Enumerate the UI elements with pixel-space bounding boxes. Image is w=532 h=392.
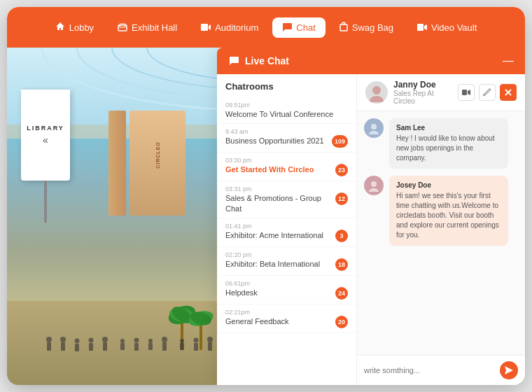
chatroom-item[interactable]: 01:41 pm Exhibitor: Acme International 3 <box>217 218 356 247</box>
building-sign: CIRCLEO <box>130 111 186 158</box>
chatroom-info: 02:20 pm Exhibitor: Beta International <box>225 251 335 269</box>
chatroom-badge: 3 <box>335 230 348 242</box>
chatroom-time: 01:41 pm <box>225 223 335 230</box>
chat-nav-icon <box>282 22 292 34</box>
message-bubble: Josey Doe Hi sam! we see this's your fir… <box>389 176 508 246</box>
chatroom-time: 9:43 am <box>225 128 332 135</box>
avatar-image <box>367 83 386 102</box>
chatroom-name: Get Started With Circleo <box>225 164 335 174</box>
people-silhouettes <box>42 332 245 360</box>
svg-rect-5 <box>417 24 424 31</box>
chatroom-info: 9:43 am Business Opportunities 2021 <box>225 128 332 146</box>
video-call-button[interactable] <box>458 84 475 101</box>
svg-marker-3 <box>209 24 211 30</box>
svg-point-56 <box>371 181 377 187</box>
chat-body: Chatrooms 09:51pm Welcome To Virtual Con… <box>217 74 525 385</box>
svg-rect-25 <box>75 344 79 351</box>
message-avatar <box>364 176 384 195</box>
chatroom-info: 09:51pm Welcome To Virtual Conference <box>225 102 348 119</box>
message-text: Hi sam! we see this's your first time ch… <box>396 191 501 240</box>
minimize-button[interactable]: — <box>503 55 514 67</box>
active-user-info: Janny Doe Sales Rep At Circleo <box>393 80 452 105</box>
building-pillar-left <box>108 111 126 216</box>
chatroom-item[interactable]: 03:31 pm Sales & Promotions - Group Chat… <box>217 181 356 218</box>
nav-item-exhibit-hall[interactable]: Exhibit Hall <box>108 18 187 38</box>
nav-item-chat[interactable]: Chat <box>272 18 325 38</box>
message-bubble: Sam Lee Hey ! I would like to know about… <box>389 118 508 169</box>
svg-point-49 <box>370 96 384 102</box>
exhibit-hall-nav-icon <box>118 22 127 34</box>
building-front: CIRCLEO <box>130 111 186 216</box>
chatroom-item[interactable]: 06:61pm Helpdesk 24 <box>217 276 356 304</box>
chatroom-info: 01:41 pm Exhibitor: Acme International <box>225 223 335 240</box>
nav-item-auditorium[interactable]: Auditorium <box>191 18 268 38</box>
active-user-header: Janny Doe Sales Rep At Circleo <box>357 74 525 111</box>
svg-rect-37 <box>162 342 167 351</box>
video-vault-nav-icon <box>417 22 427 34</box>
chatroom-time: 03:30 pm <box>225 157 335 164</box>
svg-rect-31 <box>120 343 125 350</box>
chatroom-item[interactable]: 02:21pm General Feedback 20 <box>217 304 356 333</box>
chatroom-name: Welcome To Virtual Conference <box>225 109 348 119</box>
svg-point-55 <box>369 131 379 134</box>
library-pole <box>44 181 47 223</box>
edit-button[interactable] <box>479 84 496 101</box>
nav-item-swag-bag[interactable]: Swag Bag <box>330 18 403 38</box>
chatroom-info: 03:31 pm Sales & Promotions - Group Chat <box>225 186 335 214</box>
svg-marker-6 <box>424 24 427 30</box>
svg-point-26 <box>89 338 94 343</box>
svg-rect-29 <box>103 342 107 351</box>
nav-label-swag-bag: Swag Bag <box>352 22 393 33</box>
close-chat-button[interactable] <box>500 84 517 101</box>
svg-point-30 <box>120 339 125 343</box>
message-row: Sam Lee Hey ! I would like to know about… <box>364 118 518 169</box>
chatroom-time: 03:31 pm <box>225 186 335 192</box>
svg-rect-50 <box>462 90 467 95</box>
svg-point-34 <box>148 339 153 343</box>
chatroom-item[interactable]: 09:51pm Welcome To Virtual Conference <box>217 97 356 124</box>
library-arrows-icon: « <box>43 134 48 146</box>
message-sender: Sam Lee <box>396 124 501 132</box>
auditorium-nav-icon <box>201 22 211 34</box>
svg-rect-23 <box>61 342 65 351</box>
nav-label-lobby: Lobby <box>69 22 94 33</box>
message-sender: Josey Doe <box>396 181 501 189</box>
chatroom-name: Helpdesk <box>225 288 335 298</box>
nav-item-lobby[interactable]: Lobby <box>46 18 104 38</box>
active-user-role: Sales Rep At Circleo <box>393 90 452 105</box>
chatroom-name: Exhibitor: Acme International <box>225 230 335 240</box>
send-icon <box>505 366 513 374</box>
nav-item-video-vault[interactable]: Video Vault <box>407 18 486 38</box>
svg-point-28 <box>102 337 108 342</box>
chatroom-badge: 23 <box>335 164 348 176</box>
chatroom-name: Business Opportunities 2021 <box>225 136 332 146</box>
active-user-avatar <box>365 81 388 104</box>
chatroom-info: 02:21pm General Feedback <box>225 309 335 326</box>
top-navigation: LobbyExhibit HallAuditoriumChatSwag BagV… <box>7 7 525 48</box>
avatar-face <box>368 179 380 192</box>
chatroom-item[interactable]: 9:43 am Business Opportunities 2021 109 <box>217 124 356 153</box>
send-button[interactable] <box>500 361 518 379</box>
chatroom-time: 06:61pm <box>225 280 335 287</box>
svg-marker-51 <box>468 90 470 95</box>
chatrooms-panel: Chatrooms 09:51pm Welcome To Virtual Con… <box>217 74 357 385</box>
chatroom-time: 02:21pm <box>225 309 335 316</box>
swag-bag-nav-icon <box>340 22 348 34</box>
chat-header-title: Live Chat <box>245 55 289 66</box>
message-row: Josey Doe Hi sam! we see this's your fir… <box>364 176 518 246</box>
svg-point-32 <box>134 338 139 343</box>
main-area: LIBRARY « Ontomedia CIRCLEO <box>7 48 525 385</box>
chat-header: Live Chat — <box>217 48 525 74</box>
chatroom-item[interactable]: 03:30 pm Get Started With Circleo 23 <box>217 153 356 181</box>
chat-input[interactable] <box>364 366 500 374</box>
svg-rect-39 <box>180 343 184 350</box>
svg-point-54 <box>371 124 377 130</box>
chat-panel: Live Chat — Chatrooms 09:51pm Welcome To… <box>217 48 525 385</box>
active-user-name: Janny Doe <box>393 80 452 90</box>
live-chat-icon <box>228 55 239 66</box>
message-text: Hey ! I would like to know about new job… <box>396 134 501 163</box>
svg-point-48 <box>372 86 381 94</box>
chatroom-item[interactable]: 02:20 pm Exhibitor: Beta International 1… <box>217 247 356 276</box>
edit-icon <box>483 88 491 97</box>
nav-label-chat: Chat <box>296 22 315 33</box>
